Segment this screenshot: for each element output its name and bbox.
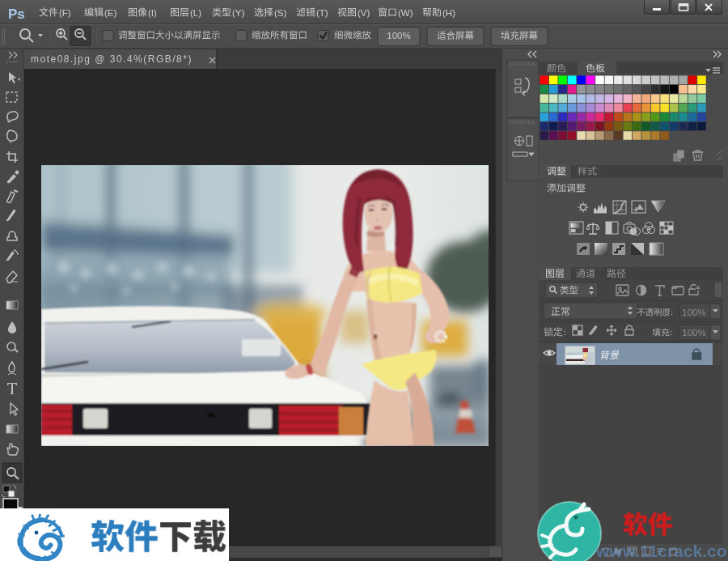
svg-text:fx: fx	[615, 547, 621, 555]
